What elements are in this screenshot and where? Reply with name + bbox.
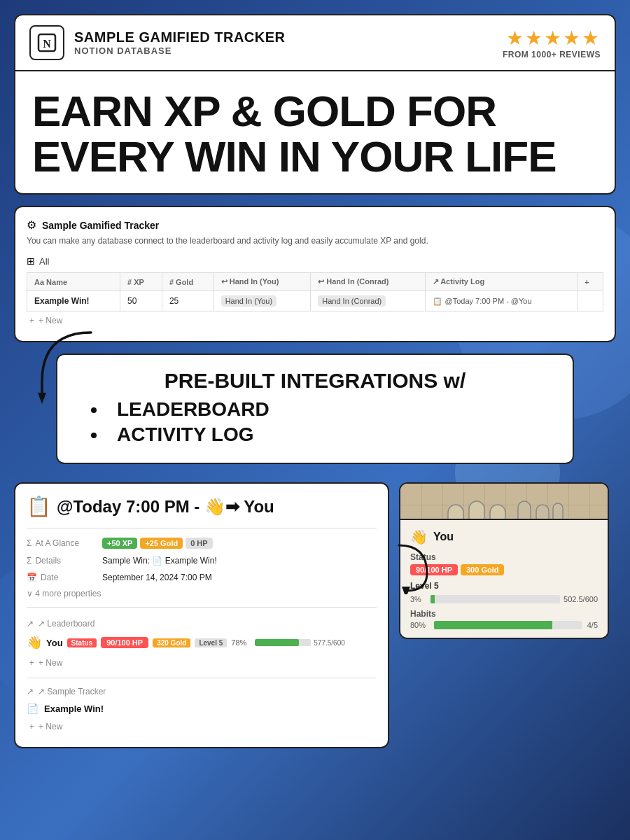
details-label: Σ Details [27,556,97,566]
integrations-callout: PRE-BUILT INTEGRATIONS w/ LEADERBOARD AC… [56,354,574,464]
level-progress-row: 3% 502.5/600 [410,595,598,603]
habits-pct: 80% [410,621,431,629]
habits-progress-bar [434,621,582,629]
status-label: Status [67,638,97,648]
new-row-button[interactable]: + + New [27,312,603,330]
reviews-count: FROM 1000+ REVIEWS [503,50,601,59]
table-row[interactable]: Example Win! 50 25 Hand In (You) Hand In… [27,291,603,312]
activity-log-card: 📋 @Today 7:00 PM - 👋➡ You Σ At A Glance … [14,482,389,748]
gold-tag: 300 Gold [461,564,504,575]
level-progress-bar [430,595,560,603]
integrations-title: PRE-BUILT INTEGRATIONS w/ [77,369,553,393]
sample-tracker-section: ↗ ↗ Sample Tracker 📄 Example Win! + + Ne… [27,684,377,736]
db-view-icon: ⊞ [27,255,35,267]
col-name: Aa Name [27,273,120,291]
col-hand-in-conrad: ↩ Hand In (Conrad) [311,273,425,291]
right-column: 👋 You Status 90/100 HP 300 Gold Level 5 [399,482,616,748]
db-icon: ⚙ [27,218,36,232]
col-gold: # Gold [162,273,214,291]
level-pct: 3% [410,595,427,603]
progress-fill [255,639,298,646]
cell-name: Example Win! [27,291,120,312]
date-row: 📅 Date September 14, 2024 7:00 PM [27,569,377,586]
at-a-glance-value: +50 XP +25 Gold 0 HP [102,538,213,549]
more-properties[interactable]: ∨ 4 more properties [27,586,377,601]
date-value: September 14, 2024 7:00 PM [102,573,212,582]
header-titles: SAMPLE GAMIFIED TRACKER NOTION DATABASE [74,29,286,56]
db-view-header: ⊞ All [27,255,603,267]
hp-badge: 0 HP [186,538,212,549]
database-table: Aa Name # XP # Gold ↩ Hand In (You) ↩ Ha… [27,272,603,312]
cell-hand-in-conrad: Hand In (Conrad) [311,291,425,312]
date-label: 📅 Date [27,573,97,582]
star-rating: ★★★★★ [503,27,601,50]
app-title: SAMPLE GAMIFIED TRACKER [74,29,286,46]
app-subtitle: NOTION DATABASE [74,46,286,56]
cell-gold: 25 [162,291,214,312]
level-progress-text: 502.5/600 [564,595,598,603]
db-title: Sample Gamified Tracker [42,220,159,231]
curved-arrow-svg [357,538,441,594]
xp-badge: +50 XP [102,538,137,549]
col-activity-log: ↗ Activity Log [425,273,578,291]
details-row: Σ Details Sample Win: 📄 Example Win! [27,552,377,569]
hero-section: EARN XP & GOLD FOR EVERY WIN IN YOUR LIF… [15,71,615,193]
progress-bar [255,639,311,646]
header-left: N SAMPLE GAMIFIED TRACKER NOTION DATABAS… [29,25,286,60]
leaderboard-new-button[interactable]: + + New [27,654,377,672]
sample-tracker-header: ↗ ↗ Sample Tracker [27,684,377,699]
notion-icon: N [29,25,64,60]
habits-progress-fill [434,621,552,629]
gold-badge: +25 Gold [140,538,183,549]
user-emoji: 👋 [27,635,42,650]
hp-value: 90/100 HP [101,637,148,648]
level-percent: 78% [231,638,251,647]
svg-text:N: N [43,38,51,50]
db-header: ⚙ Sample Gamified Tracker [27,218,603,232]
activity-date-header: 📋 @Today 7:00 PM - 👋➡ You [27,495,377,518]
doc-icon: 📄 [27,703,38,714]
level-value: Level 5 [195,638,227,648]
leaderboard-user-row[interactable]: 👋 You Status 90/100 HP 320 Gold Level 5 … [27,631,377,654]
leaderboard-section-header: ↗ ↗ Leaderboard [27,613,377,631]
list-item: LEADERBOARD [91,398,553,421]
habits-progress-text: 4/5 [587,621,598,629]
activity-emoji: 📋 [27,495,51,518]
at-a-glance-row: Σ At A Glance +50 XP +25 Gold 0 HP [27,534,377,552]
col-add[interactable]: + [578,273,603,291]
sample-tracker-item[interactable]: 📄 Example Win! [27,699,377,718]
cell-activity-log: 📋 @Today 7:00 PM - @You [425,291,578,312]
cell-xp: 50 [120,291,162,312]
progress-text: 577.5/600 [314,639,345,647]
user-name: You [46,638,63,648]
bottom-section: 📋 @Today 7:00 PM - 👋➡ You Σ At A Glance … [14,482,616,748]
svg-marker-3 [38,393,46,404]
db-description: You can make any database connect to the… [27,236,603,246]
habits-row: 80% 4/5 [410,621,598,629]
progress-bar-container: 577.5/600 [255,639,345,647]
at-a-glance-label: Σ At A Glance [27,538,97,548]
level-progress-fill [430,595,435,603]
database-preview-card: ⚙ Sample Gamified Tracker You can make a… [14,206,616,342]
hero-title: EARN XP & GOLD FOR EVERY WIN IN YOUR LIF… [32,88,598,179]
header-card: N SAMPLE GAMIFIED TRACKER NOTION DATABAS… [14,14,616,195]
details-value: Sample Win: 📄 Example Win! [102,556,217,566]
header-right: ★★★★★ FROM 1000+ REVIEWS [503,27,601,59]
cell-hand-in-you: Hand In (You) [214,291,311,312]
col-xp: # XP [120,273,162,291]
integrations-list: LEADERBOARD ACTIVITY LOG [77,398,553,446]
integrations-section: PRE-BUILT INTEGRATIONS w/ LEADERBOARD AC… [14,354,616,464]
cell-empty [578,291,603,312]
list-item: ACTIVITY LOG [91,424,553,446]
gold-value: 320 Gold [153,638,190,648]
db-view-label: All [39,256,49,267]
arrow-svg [28,326,112,410]
habits-label: Habits [410,609,598,619]
sample-tracker-new-button[interactable]: + + New [27,718,377,736]
activity-date-title: @Today 7:00 PM - 👋➡ You [57,497,274,517]
col-hand-in-you: ↩ Hand In (You) [214,273,311,291]
